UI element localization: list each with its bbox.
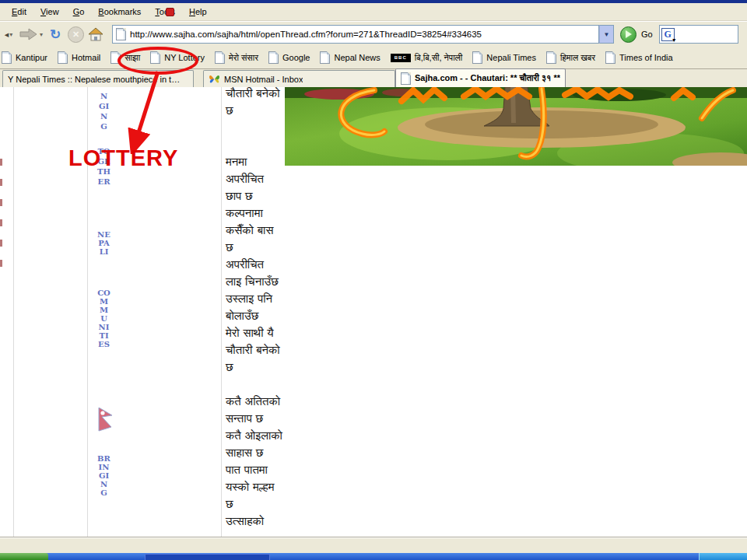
bookmark-label: Hotmail <box>72 53 100 62</box>
home-button[interactable] <box>87 27 104 41</box>
home-icon <box>87 27 104 41</box>
bookmark-item[interactable]: Times of India <box>605 51 673 64</box>
left-edge-mark <box>0 260 2 267</box>
menu-item[interactable]: Help <box>182 5 214 19</box>
page-icon <box>401 72 411 85</box>
bookmark-item[interactable]: हिमाल खबर <box>546 51 595 64</box>
menu-item[interactable]: Bookmarks <box>91 5 148 19</box>
tab-title: Sajha.com - - Chautari: ** चौतारी ३१ ** <box>415 73 560 83</box>
poem-line: सन्ताप छ <box>226 410 296 427</box>
back-dropdown-icon[interactable]: ▾ <box>9 31 12 38</box>
browser-window: Edit View Go Bookmarks Tools Help ◂▾ ▾ ↻… <box>0 0 747 560</box>
bookmark-label: Times of India <box>619 53 673 62</box>
page-icon <box>605 51 615 64</box>
bookmark-item[interactable]: Google <box>268 51 310 64</box>
back-button[interactable]: ◂▾ <box>2 30 16 40</box>
left-edge-mark <box>0 240 2 247</box>
page-icon <box>110 51 121 64</box>
bbc-icon: BBC <box>391 54 411 62</box>
menu-item[interactable]: Go <box>66 5 92 19</box>
menu-item[interactable]: View <box>33 5 66 19</box>
navigation-toolbar: ◂▾ ▾ ↻ ✕ http://www.sajha.com/sajha/html… <box>0 21 747 47</box>
bookmark-label: बि,बि,सी, नेपाली <box>415 53 463 63</box>
lawn-tree-image <box>285 87 747 166</box>
page-icon <box>546 51 556 64</box>
banner-photo <box>285 87 747 166</box>
browser-tab[interactable]: Y Nepali Times :: Nepalese mouthpiece in… <box>2 70 194 87</box>
url-dropdown-button[interactable]: ▼ <box>599 25 614 44</box>
bookmark-label: Kantipur <box>16 53 47 62</box>
page-icon <box>320 51 330 64</box>
poem-line: कतै ओइलाको <box>226 427 296 444</box>
google-letter: G <box>665 29 672 40</box>
lottery-annotation-label: LOTTERY <box>68 145 178 171</box>
bookmark-label: Nepali Times <box>486 53 536 62</box>
bookmark-item[interactable]: NY Lottery <box>150 51 205 64</box>
bookmark-item[interactable]: मेरो संसार <box>215 51 258 64</box>
bookmark-item[interactable]: Hotmail <box>58 51 100 64</box>
go-button[interactable] <box>620 26 637 43</box>
reload-button[interactable]: ↻ <box>46 26 65 43</box>
stop-button[interactable]: ✕ <box>68 26 84 43</box>
poem-line: कल्पनामा <box>226 205 296 222</box>
extension-icon[interactable] <box>166 8 174 16</box>
bookmarks-toolbar: Kantipur Hotmail साझा NY Lott <box>0 47 747 69</box>
browser-tab[interactable]: Sajha.com - - Chautari: ** चौतारी ३१ ** <box>395 68 566 87</box>
status-bar <box>0 537 747 554</box>
page-icon <box>472 51 482 64</box>
poem-line: छ <box>226 359 296 376</box>
start-button[interactable] <box>0 553 48 560</box>
bookmark-item[interactable]: BBC बि,बि,सी, नेपाली <box>391 53 463 63</box>
taskbar-window-button[interactable] <box>145 554 270 560</box>
left-edge-mark <box>0 159 2 166</box>
poem-line: छ <box>226 239 296 256</box>
poem-line: उस्लाइ पनि <box>226 290 296 307</box>
bookmark-item[interactable]: Kantipur <box>2 51 47 64</box>
bookmark-item[interactable]: Nepal News <box>320 51 380 64</box>
bookmark-label: मेरो संसार <box>229 53 258 63</box>
page-content: NGING TOGETHER NEPALI COMMUNITIES BRINGI… <box>0 87 747 537</box>
poem-line: अपरीचित <box>226 170 296 187</box>
poem-line: बोलाउँछ <box>226 307 296 324</box>
menu-item[interactable]: Edit <box>5 5 33 19</box>
left-edge-mark <box>0 179 2 186</box>
poem-line: अपरीचित <box>226 256 296 273</box>
page-icon <box>116 28 126 40</box>
stop-icon: ✕ <box>72 30 79 40</box>
tab-title: Y Nepali Times :: Nepalese mouthpiece in… <box>8 75 180 84</box>
bookmark-item[interactable]: साझा <box>110 51 140 64</box>
forward-button[interactable]: ▾ <box>19 27 43 41</box>
poem-line <box>226 376 296 393</box>
go-label[interactable]: Go <box>641 30 653 39</box>
tab-bar: Y Nepali Times :: Nepalese mouthpiece in… <box>0 69 747 87</box>
page-icon <box>150 51 160 64</box>
left-edge-mark <box>0 219 2 226</box>
vertical-slogan-word: BRINGING <box>97 454 110 497</box>
bookmark-label: Nepal News <box>334 53 380 62</box>
left-edge-mark <box>0 199 2 206</box>
poem-line: कसैँको बास <box>226 222 296 239</box>
google-search-input[interactable]: G ▼ <box>659 25 738 44</box>
page-icon <box>2 51 12 64</box>
table-border <box>221 87 222 537</box>
bookmark-label: हिमाल खबर <box>560 53 595 63</box>
url-input[interactable]: http://www.sajha.com/sajha/html/openThre… <box>112 25 599 44</box>
bookmark-item[interactable]: Nepali Times <box>472 51 536 64</box>
poem-line: छाप छ <box>226 187 296 205</box>
menu-bar: Edit View Go Bookmarks Tools Help <box>0 3 747 21</box>
page-icon <box>215 51 225 64</box>
poem-line: चौतारी बनेको <box>226 341 296 359</box>
system-tray <box>699 553 747 560</box>
search-engine-dropdown-icon[interactable]: ▼ <box>672 37 677 44</box>
poem-line: छ <box>226 495 296 513</box>
google-logo-icon[interactable]: G ▼ <box>661 28 675 41</box>
page-icon <box>58 51 68 64</box>
windows-taskbar <box>0 553 747 560</box>
poem-line: उत्साहको <box>226 513 296 530</box>
bookmark-label: Google <box>282 53 310 62</box>
forward-dropdown-icon[interactable]: ▾ <box>40 31 43 38</box>
poem-line: पात पातमा <box>226 461 296 478</box>
poem-line: लाइ चिनाउँछ <box>226 273 296 290</box>
vertical-slogan-word: NGING <box>97 91 110 131</box>
msn-butterfly-icon <box>209 74 220 84</box>
